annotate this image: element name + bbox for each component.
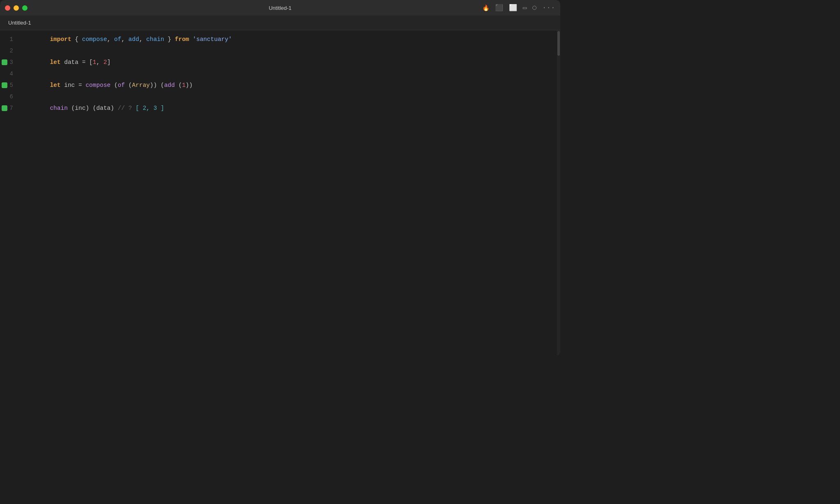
minimize-button[interactable] [14,5,19,11]
breakpoint-7 [2,105,7,111]
sidebar-icon[interactable]: ▭ [523,4,527,12]
code-lines: 1 import { compose, of, add, chain } fro… [0,30,560,356]
maximize-button[interactable] [22,5,27,11]
line-number-6: 6 [0,93,21,100]
breakpoint-5 [2,82,7,88]
screen-icon[interactable]: ⬛ [495,4,503,12]
more-options-icon[interactable]: ··· [542,4,555,11]
line-code-7[interactable]: chain (inc) (data) // ? [ 2, 3 ] [21,91,164,125]
toolbar-right: 🔥 ⬛ ⬜ ▭ ··· [482,4,555,12]
scrollbar-thumb[interactable] [557,31,560,56]
file-tab-bar: Untitled-1 [0,16,560,30]
line-number-1: 1 [0,36,21,43]
line-1: 1 import { compose, of, add, chain } fro… [0,34,560,45]
line-7: 7 chain (inc) (data) // ? [ 2, 3 ] [0,102,560,114]
file-tab[interactable]: Untitled-1 [3,18,36,27]
breakpoint-3 [2,59,7,65]
line-5: 5 let inc = compose (of (Array)) (add (1… [0,79,560,91]
columns-icon[interactable]: ⬜ [509,4,517,12]
close-button[interactable] [5,5,10,11]
line-3: 3 let data = [1, 2] [0,57,560,68]
status-dot [532,6,536,10]
line-number-4: 4 [0,70,21,77]
keyword-import: import [50,36,71,43]
editor-area: 1 import { compose, of, add, chain } fro… [0,30,560,356]
flame-icon[interactable]: 🔥 [482,5,489,11]
window-title: Untitled-1 [269,5,292,11]
title-bar: Untitled-1 🔥 ⬛ ⬜ ▭ ··· [0,0,560,16]
line-number-2: 2 [0,48,21,54]
scrollbar[interactable] [557,30,560,356]
window-controls [5,5,27,11]
